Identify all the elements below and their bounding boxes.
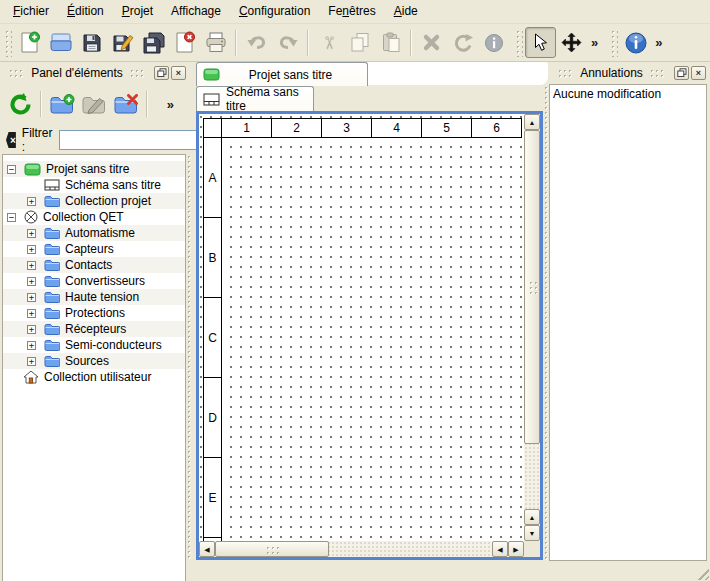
menu-projet[interactable]: Projet [113,1,162,22]
save-all-button[interactable] [138,27,169,58]
toolbar-drag-handle[interactable] [610,29,618,57]
expand-expander-icon[interactable]: + [27,261,36,270]
undo-history-list: Aucune modification [549,84,707,561]
float-panel-button[interactable] [674,66,689,80]
tree-item-semi-conducteurs[interactable]: + Semi-conducteurs [3,337,185,353]
green-folder-icon [203,68,220,81]
close-document-button[interactable] [169,27,200,58]
schema-view: 1 2 3 4 5 6 A B C D E [196,111,543,560]
visualisation-mode-button[interactable] [556,27,587,58]
delete-category-button[interactable] [110,88,142,120]
panel-overflow-chevron[interactable]: » [163,97,178,112]
scroll-right-button[interactable]: ▶ [508,541,524,557]
tree-item-capteurs[interactable]: + Capteurs [3,241,185,257]
reload-collections-button[interactable] [4,88,36,120]
redo-button[interactable] [272,27,303,58]
toolbar-overflow-chevron[interactable]: » [651,35,666,50]
tree-item-protections[interactable]: + Protections [3,305,185,321]
qet-collection-icon [24,210,38,224]
tree-item-label: Convertisseurs [65,274,149,288]
delete-button[interactable] [416,27,447,58]
element-information-button[interactable] [478,27,509,58]
new-folder-icon [49,94,75,115]
expand-expander-icon[interactable]: + [27,341,36,350]
new-document-button[interactable] [14,27,45,58]
toolbar-separator [235,30,237,56]
expand-expander-icon[interactable]: + [27,293,36,302]
menu-affichage[interactable]: Affichage [162,1,230,22]
scroll-down-button[interactable]: ▼ [524,525,540,541]
left-splitter[interactable] [186,154,193,560]
vertical-scroll-thumb[interactable] [524,130,540,444]
clear-filter-icon[interactable]: × [6,132,16,148]
blue-folder-icon [44,291,60,303]
cut-icon: ✂ [318,35,340,50]
menu-fichier[interactable]: Fichier [4,1,58,22]
collapse-expander-icon[interactable]: − [7,165,16,174]
schema-canvas[interactable]: 1 2 3 4 5 6 A B C D E [199,114,524,541]
tree-item-schema-sans-titre[interactable]: Schéma sans titre [3,177,185,193]
tab-schema[interactable]: Schéma sans titre [196,86,314,111]
about-button[interactable] [620,27,651,58]
collapse-expander-icon[interactable]: − [7,213,16,222]
selection-mode-button[interactable] [525,27,556,58]
open-document-icon [49,33,73,52]
expand-expander-icon[interactable]: + [27,325,36,334]
expand-expander-icon[interactable]: + [27,245,36,254]
scroll-up-button[interactable]: ▲ [524,509,540,525]
toolbar-drag-handle[interactable] [4,29,12,57]
float-panel-button[interactable] [154,66,169,80]
menu-fenetres[interactable]: Fenêtres [319,1,384,22]
menu-aide[interactable]: Aide [385,1,427,22]
save-button[interactable] [76,27,107,58]
toolbar-drag-handle[interactable] [515,29,523,57]
vertical-scrollbar[interactable]: ▲ ▲ ▼ [524,114,540,541]
redo-icon [277,33,299,52]
open-document-button[interactable] [45,27,76,58]
delete-icon [422,33,441,52]
toolbar-separator [410,30,412,56]
undo-button[interactable] [241,27,272,58]
blue-folder-icon [44,259,60,271]
tree-item-sources[interactable]: + Sources [3,353,185,369]
undo-list-item[interactable]: Aucune modification [550,85,706,102]
toolbar-overflow-chevron[interactable]: » [587,35,602,50]
tab-project[interactable]: Projet sans titre [196,62,368,86]
save-icon [82,33,102,53]
copy-button[interactable] [344,27,375,58]
new-category-button[interactable] [46,88,78,120]
cut-button[interactable]: ✂ [313,27,344,58]
tree-item-collection-projet[interactable]: + Collection projet [3,193,185,209]
tree-item-contacts[interactable]: + Contacts [3,257,185,273]
paste-button[interactable] [375,27,406,58]
scroll-left-button[interactable]: ◀ [492,541,508,557]
expand-expander-icon[interactable]: + [27,229,36,238]
blue-folder-icon [44,227,60,239]
horizontal-scrollbar[interactable]: ◀ ◀ ▶ [199,541,524,557]
scroll-up-button[interactable]: ▲ [524,114,540,130]
close-panel-button[interactable]: × [691,66,706,80]
menu-configuration[interactable]: Configuration [230,1,319,22]
tree-item-convertisseurs[interactable]: + Convertisseurs [3,273,185,289]
scrollbar-corner [524,541,540,557]
column-header: 5 [421,118,472,138]
expand-expander-icon[interactable]: + [27,277,36,286]
horizontal-scroll-thumb[interactable] [215,541,329,557]
tab-schema-label: Schéma sans titre [226,85,307,113]
expand-expander-icon[interactable]: + [27,357,36,366]
tree-item-recepteurs[interactable]: + Récepteurs [3,321,185,337]
expand-expander-icon[interactable]: + [27,197,36,206]
expand-expander-icon[interactable]: + [27,309,36,318]
tree-item-collection-utilisateur[interactable]: Collection utilisateur [3,369,185,385]
menu-edition[interactable]: Édition [58,1,113,22]
tree-item-collection-qet[interactable]: − Collection QET [3,209,185,225]
tree-item-automatisme[interactable]: + Automatisme [3,225,185,241]
close-panel-button[interactable]: × [171,66,186,80]
rotate-button[interactable] [447,27,478,58]
save-as-button[interactable] [107,27,138,58]
edit-category-button[interactable] [78,88,110,120]
scroll-left-button[interactable]: ◀ [199,541,215,557]
print-button[interactable] [200,27,231,58]
tree-item-haute-tension[interactable]: + Haute tension [3,289,185,305]
tree-item-projet-sans-titre[interactable]: − Projet sans titre [3,161,185,177]
